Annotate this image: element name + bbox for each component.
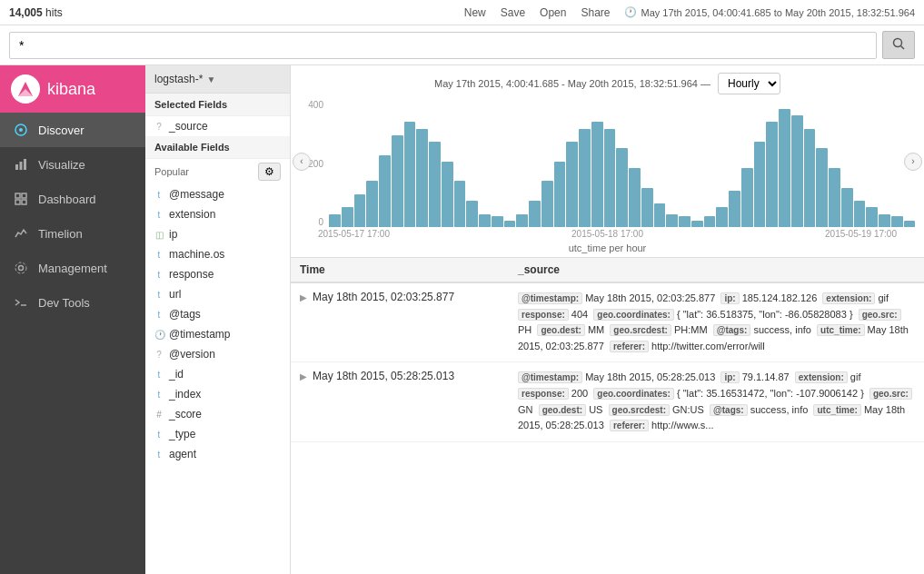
field-item-version[interactable]: ? @version <box>145 344 290 364</box>
field-item-ip[interactable]: ◫ ip <box>145 224 290 244</box>
expand-arrow-icon[interactable]: ▶ <box>300 371 307 381</box>
chart-bar[interactable] <box>554 162 566 227</box>
field-item-source[interactable]: ? _source <box>145 116 290 136</box>
chart-bar[interactable] <box>629 168 641 227</box>
chart-bar[interactable] <box>442 162 453 227</box>
field-item-timestamp[interactable]: 🕐 @timestamp <box>145 324 290 344</box>
chart-bar[interactable] <box>529 201 541 227</box>
index-selector[interactable]: logstash-* ▼ <box>145 65 290 94</box>
chart-bar[interactable] <box>591 122 603 227</box>
time-cell-2[interactable]: ▶ May 18th 2015, 05:28:25.013 <box>291 362 509 440</box>
chart-bar[interactable] <box>829 168 840 227</box>
chart-bar[interactable] <box>854 201 866 227</box>
chart-bar[interactable] <box>479 214 491 227</box>
field-item-score[interactable]: # _score <box>145 404 290 424</box>
devtools-icon <box>13 294 29 311</box>
chart-bar[interactable] <box>804 129 816 227</box>
new-button[interactable]: New <box>464 6 486 19</box>
nav-visualize[interactable]: Visualize <box>0 147 145 182</box>
time-range-display[interactable]: 🕐 May 17th 2015, 04:00:41.685 to May 20t… <box>624 6 915 18</box>
chart-bar[interactable] <box>841 188 853 227</box>
field-name: _index <box>169 388 201 401</box>
chart-bar[interactable] <box>492 216 503 227</box>
chart-nav-right-button[interactable]: › <box>904 153 922 171</box>
field-panel: logstash-* ▼ Selected Fields ? _source A… <box>145 65 291 574</box>
chart-bar[interactable] <box>429 142 441 227</box>
chart-bar[interactable] <box>779 109 790 227</box>
chart-bar[interactable] <box>891 216 903 227</box>
chart-bar[interactable] <box>704 216 716 227</box>
field-item-tags[interactable]: t @tags <box>145 304 290 324</box>
chart-x-title: utc_time per hour <box>300 242 915 253</box>
chart-bar[interactable] <box>541 181 553 227</box>
chart-bar[interactable] <box>416 129 428 227</box>
interval-select[interactable]: Hourly <box>718 73 780 94</box>
field-item-id[interactable]: t _id <box>145 364 290 384</box>
chart-bar[interactable] <box>754 142 766 227</box>
search-input[interactable] <box>9 32 877 59</box>
chart-bar[interactable] <box>741 168 753 227</box>
chart-bar[interactable] <box>516 214 528 227</box>
chart-bar[interactable] <box>791 115 803 227</box>
nav-discover[interactable]: Discover <box>0 113 145 147</box>
time-value-2: May 18th 2015, 05:28:25.013 <box>313 370 454 382</box>
field-key: geo.dest: <box>539 404 586 416</box>
chart-bar[interactable] <box>392 135 403 227</box>
field-key: geo.src: <box>859 309 901 321</box>
field-item-type[interactable]: t _type <box>145 424 290 444</box>
field-item-url[interactable]: t url <box>145 284 290 304</box>
chart-bar[interactable] <box>566 142 578 227</box>
chart-bar[interactable] <box>716 207 728 227</box>
field-item-agent[interactable]: t agent <box>145 444 290 464</box>
chart-bar[interactable] <box>816 148 828 227</box>
chart-bar[interactable] <box>616 148 628 227</box>
chart-bar[interactable] <box>329 214 341 227</box>
chart-bar[interactable] <box>666 214 678 227</box>
gear-button[interactable]: ⚙ <box>258 163 281 181</box>
chart-bar[interactable] <box>729 191 740 227</box>
nav-devtools[interactable]: Dev Tools <box>0 285 145 320</box>
chart-bar[interactable] <box>504 221 516 227</box>
chart-bar[interactable] <box>654 203 666 227</box>
open-button[interactable]: Open <box>540 6 566 19</box>
chart-bar[interactable] <box>866 207 878 227</box>
field-key: ip: <box>720 292 739 304</box>
field-type-t-icon: t <box>154 370 164 380</box>
nav-management[interactable]: Management <box>0 251 145 285</box>
chart-bar[interactable] <box>342 207 353 227</box>
chart-bar[interactable] <box>766 122 778 227</box>
share-button[interactable]: Share <box>581 6 610 19</box>
field-item-response[interactable]: t response <box>145 264 290 284</box>
chart-area: ‹ May 17th 2015, 4:00:41.685 - May 20th … <box>291 65 924 258</box>
chart-bar[interactable] <box>579 129 591 227</box>
time-cell-1[interactable]: ▶ May 18th 2015, 02:03:25.877 <box>291 283 509 361</box>
chart-bar[interactable] <box>404 122 416 227</box>
chart-bar[interactable] <box>454 181 466 227</box>
chart-bar[interactable] <box>604 129 616 227</box>
field-item-extension[interactable]: t extension <box>145 204 290 224</box>
field-item-message[interactable]: t @message <box>145 184 290 204</box>
chart-bar[interactable] <box>691 221 703 227</box>
chart-bar[interactable] <box>466 201 478 227</box>
chart-bar[interactable] <box>679 216 691 227</box>
logo[interactable]: kibana <box>0 65 145 113</box>
chart-bar[interactable] <box>379 155 391 227</box>
nav-timelion[interactable]: Timelion <box>0 216 145 251</box>
field-key: @timestamp: <box>518 292 582 304</box>
chart-bar[interactable] <box>641 188 653 227</box>
chart-bar[interactable] <box>354 194 366 227</box>
expand-arrow-icon[interactable]: ▶ <box>300 292 307 302</box>
logo-icon <box>11 74 40 104</box>
chart-bar[interactable] <box>904 221 916 227</box>
field-item-index[interactable]: t _index <box>145 384 290 404</box>
save-button[interactable]: Save <box>501 6 525 19</box>
search-button[interactable] <box>882 31 915 59</box>
field-type-icon: ? <box>154 122 164 132</box>
chart-bar[interactable] <box>366 181 378 227</box>
field-type-t-icon: t <box>154 310 164 320</box>
chart-bar[interactable] <box>879 214 890 227</box>
nav-dashboard[interactable]: Dashboard <box>0 182 145 216</box>
field-item-machineos[interactable]: t machine.os <box>145 244 290 264</box>
clock-icon: 🕐 <box>624 6 637 18</box>
chart-nav-left-button[interactable]: ‹ <box>293 153 311 171</box>
